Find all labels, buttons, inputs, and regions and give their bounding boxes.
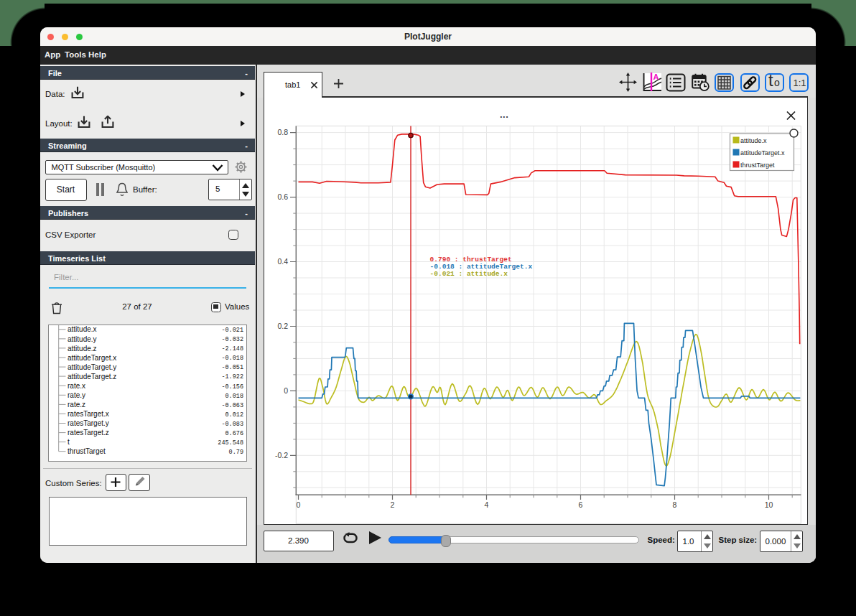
svg-text:attitude.x: attitude.x xyxy=(68,325,97,333)
svg-text:0: 0 xyxy=(296,500,300,509)
svg-text:attitude.z: attitude.z xyxy=(68,345,97,353)
svg-text:rate.x: rate.x xyxy=(68,382,85,390)
svg-text:10: 10 xyxy=(764,500,773,509)
svg-text:4: 4 xyxy=(484,500,488,509)
svg-text:rate.y: rate.y xyxy=(68,391,85,399)
svg-text:...: ... xyxy=(500,109,508,120)
svg-text:attitudeTarget.x: attitudeTarget.x xyxy=(740,149,785,157)
svg-text:attitude.x: attitude.x xyxy=(740,137,767,144)
svg-text:-1.922: -1.922 xyxy=(221,373,243,381)
svg-text:rate.z: rate.z xyxy=(68,401,85,409)
svg-text:0.79: 0.79 xyxy=(229,449,243,456)
svg-text:attitudeTarget.z: attitudeTarget.z xyxy=(68,373,116,381)
svg-text:-0.021 : attitude.x: -0.021 : attitude.x xyxy=(429,270,508,278)
svg-text:ratesTarget.y: ratesTarget.y xyxy=(68,419,109,427)
svg-text:0.8: 0.8 xyxy=(277,128,288,136)
svg-text:0.676: 0.676 xyxy=(225,430,243,437)
svg-text:245.548: 245.548 xyxy=(218,439,243,447)
svg-text:A: A xyxy=(653,73,659,81)
svg-text:-0.032: -0.032 xyxy=(221,336,243,343)
svg-text:0.6: 0.6 xyxy=(277,192,288,201)
svg-text:-0.021: -0.021 xyxy=(221,327,243,334)
svg-text:-0.063: -0.063 xyxy=(221,402,243,409)
svg-text:attitudeTarget.x: attitudeTarget.x xyxy=(68,354,116,362)
svg-text:0.4: 0.4 xyxy=(277,257,288,266)
svg-text:8: 8 xyxy=(672,500,676,509)
svg-text:t: t xyxy=(68,438,70,446)
svg-text:-0.051: -0.051 xyxy=(221,364,243,371)
svg-text:thrustTarget: thrustTarget xyxy=(68,447,106,455)
svg-text:0.012: 0.012 xyxy=(225,411,243,419)
svg-text:ratesTarget.z: ratesTarget.z xyxy=(68,429,109,437)
svg-text:2: 2 xyxy=(390,500,394,509)
svg-text:0: 0 xyxy=(284,386,288,395)
svg-text:-2.148: -2.148 xyxy=(221,345,243,353)
svg-text:6: 6 xyxy=(578,500,582,509)
svg-text:-0.018: -0.018 xyxy=(221,355,243,362)
svg-text:-0.156: -0.156 xyxy=(221,383,243,391)
svg-text:attitude.y: attitude.y xyxy=(68,335,97,343)
svg-text:ratesTarget.x: ratesTarget.x xyxy=(68,410,109,418)
svg-text:thrustTarget: thrustTarget xyxy=(740,162,775,169)
svg-text:0.790 : thrustTarget: 0.790 : thrustTarget xyxy=(429,256,511,263)
svg-text:-0.083: -0.083 xyxy=(221,421,243,428)
svg-text:-0.2: -0.2 xyxy=(274,451,287,459)
svg-text:0.018: 0.018 xyxy=(225,393,243,400)
svg-text:attitudeTarget.y: attitudeTarget.y xyxy=(68,363,116,371)
svg-text:0.2: 0.2 xyxy=(277,322,288,330)
